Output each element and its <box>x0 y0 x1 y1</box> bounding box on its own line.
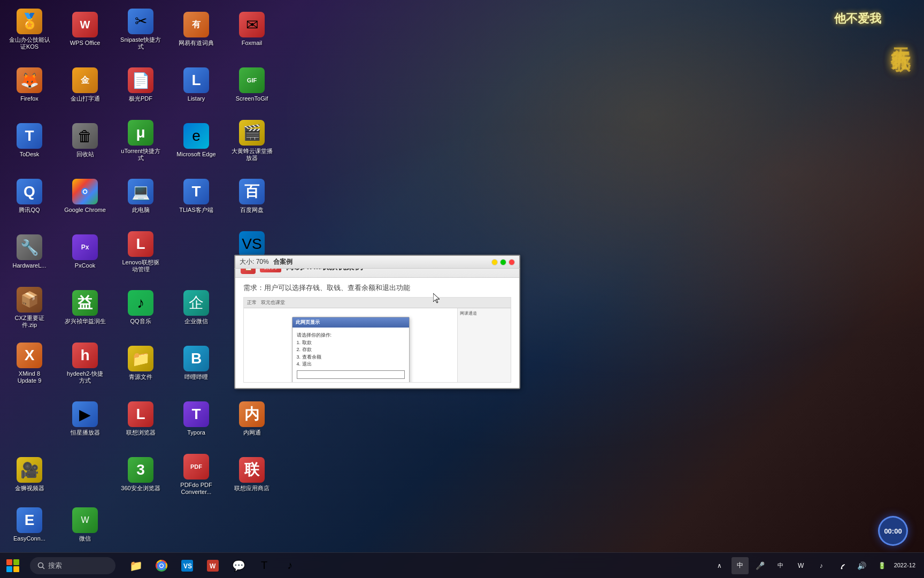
desktop-icon-recycle[interactable]: 🗑 回收站 <box>61 117 109 165</box>
desktop-icon-qq[interactable]: Q 腾讯QQ <box>5 172 53 220</box>
desktop-icon-bilibili[interactable]: B 哔哩哔哩 <box>172 339 220 387</box>
weixin-label: 微信 <box>79 535 91 542</box>
tray-input-method-2[interactable]: 中 <box>772 557 789 574</box>
start-button[interactable] <box>0 553 26 579</box>
desktop-icon-utorrent[interactable]: μ uTorrent快捷方式 <box>117 117 165 165</box>
desktop-icon-jinshi[interactable]: 🎥 金狮视频器 <box>5 451 53 499</box>
desktop-icon-suixing[interactable]: 益 岁兴祯华益润生 <box>61 284 109 332</box>
desktop-icon-hengxing[interactable]: ▶ 恒星播放器 <box>61 395 109 443</box>
datetime-display[interactable]: 2022-12 <box>894 561 919 569</box>
desktop-icon-jinshan-typing[interactable]: 金 金山打字通 <box>61 61 109 109</box>
edge-label: Microsoft Edge <box>176 151 215 158</box>
desktop-icon-mycomputer[interactable]: 💻 此电脑 <box>117 172 165 220</box>
desktop-icon-tlias[interactable]: T TLIAS客户端 <box>172 172 220 220</box>
tray-input-method-cn[interactable]: 中 <box>732 557 749 574</box>
tray-battery[interactable]: 🔋 <box>874 557 891 574</box>
dahuangfeng-icon: 🎬 <box>239 120 265 146</box>
bilibili-icon: B <box>183 346 209 371</box>
close-button[interactable] <box>509 259 515 265</box>
tray-show-hidden[interactable]: ∧ <box>711 557 728 574</box>
svg-point-11 <box>160 564 163 567</box>
tray-volume[interactable]: 🔊 <box>853 557 871 574</box>
qingyuan-icon: 📁 <box>128 346 153 371</box>
recycle-label: 回收站 <box>76 151 94 158</box>
taskbar-icon-vscode[interactable]: VS <box>175 554 199 577</box>
desktop-icon-hydeeh2[interactable]: h hydeeh2-快捷方式 <box>61 339 109 387</box>
desktop-icon-pdf[interactable]: 📄 极光PDF <box>117 61 165 109</box>
jinshan-kos-icon: 🏅 <box>17 9 42 34</box>
desktop-icon-pxcook[interactable]: Px PxCook <box>61 228 109 276</box>
toolbar-label-2: 双元也课堂 <box>261 299 285 306</box>
taskbar-search-bar[interactable]: 搜索 <box>30 557 116 574</box>
tray-wifi[interactable] <box>833 557 850 574</box>
desktop-icon-hardware[interactable]: 🔧 HardwareL... <box>5 228 53 276</box>
taskbar-icon-typora[interactable]: T <box>252 554 276 577</box>
taskbar-icon-chrome[interactable] <box>150 554 173 577</box>
firefox-label: Firefox <box>20 95 38 102</box>
desktop-icon-chrome[interactable]: Google Chrome <box>61 172 109 220</box>
taskbar-icon-file-explorer[interactable]: 📁 <box>124 554 148 577</box>
desktop-icon-firefox[interactable]: 🦊 Firefox <box>5 61 53 109</box>
lenovo-browser-icon: L <box>128 401 153 427</box>
desktop-icon-lenovo-browser[interactable]: L 联想浏览器 <box>117 395 165 443</box>
desktop-icon-qingyuan[interactable]: 📁 青源文件 <box>117 339 165 387</box>
desktop-icon-typora[interactable]: T Typora <box>172 395 220 443</box>
svg-rect-6 <box>13 566 19 572</box>
desktop-icon-xmind[interactable]: X XMind 8 Update 9 <box>5 339 53 387</box>
lenovo-store-icon: 联 <box>239 457 265 483</box>
desktop-icon-lenovo-driver[interactable]: L Lenovo联想驱动管理 <box>117 228 165 276</box>
dialog-size-label: 大小: 70% <box>240 257 269 267</box>
desktop-icon-edge[interactable]: e Microsoft Edge <box>172 117 220 165</box>
taskbar-icon-wechat[interactable]: 💬 <box>227 554 250 577</box>
popup-titlebar: 大小: 70% 合案例 <box>234 255 520 269</box>
desktop-icon-listary[interactable]: L Listary <box>172 61 220 109</box>
taskbar-icon-qqmusic[interactable]: ♪ <box>278 554 302 577</box>
taskbar-icon-wps[interactable]: W <box>201 554 225 577</box>
tray-microphone[interactable]: 🎤 <box>752 557 769 574</box>
desktop-icon-screentogif[interactable]: GIF ScreenToGif <box>228 61 276 109</box>
svg-point-7 <box>38 562 43 567</box>
weixin-icon: W <box>72 507 98 533</box>
vscode-icon: VS <box>239 231 265 257</box>
desktop-icon-nwt[interactable]: 内 内网通 <box>228 395 276 443</box>
hydeeh2-icon: h <box>72 343 98 368</box>
desktop-icon-360[interactable]: 3 360安全浏览器 <box>117 451 165 499</box>
desktop-icon-weixin[interactable]: W 微信 <box>61 501 109 549</box>
taskbar-app-icons: 📁 VS <box>124 554 302 577</box>
lenovo-store-label: 联想应用商店 <box>234 485 270 492</box>
desktop-icon-qqmusic[interactable]: ♪ QQ音乐 <box>117 284 165 332</box>
desktop-icon-easyconn[interactable]: E EasyConn... <box>5 501 53 549</box>
mycomputer-label: 此电脑 <box>132 207 150 214</box>
xmind-label: XMind 8 Update 9 <box>9 370 50 384</box>
desktop-icon-lenovo-store[interactable]: 联 联想应用商店 <box>228 451 276 499</box>
desktop-icon-cxz[interactable]: 📦 CXZ重要证件.zip <box>5 284 53 332</box>
desktop-icon-foxmail[interactable]: ✉ Foxmail <box>228 5 276 54</box>
hardware-label: HardwareL... <box>13 262 47 269</box>
browser-dialog-input[interactable] <box>297 370 405 379</box>
tray-qqmusic-tray[interactable]: ♪ <box>813 557 830 574</box>
desktop-icon-snipaste[interactable]: ✂ Snipaste快捷方式 <box>117 5 165 54</box>
desktop-icon-pdfdo[interactable]: PDF PDFdo PDF Converter... <box>172 451 220 499</box>
desktop-icon-todesk[interactable]: T ToDesk <box>5 117 53 165</box>
desktop-icon-baidupan[interactable]: 百 百度网盘 <box>228 172 276 220</box>
desktop-icon-wps[interactable]: W WPS Office <box>61 5 109 54</box>
jinshan-typing-icon: 金 <box>72 67 98 93</box>
desktop-icon-jinshan-kos[interactable]: 🏅 金山办公技能认证KOS <box>5 5 53 54</box>
desktop-icon-youdao[interactable]: 有 网易有道词典 <box>172 5 220 54</box>
browser-dialog-option-4: 4. 退出 <box>297 361 405 368</box>
desktop-icon-dahuangfeng[interactable]: 🎬 大黄蜂云课堂播放器 <box>228 117 276 165</box>
easyconn-label: EasyConn... <box>13 535 45 542</box>
bilibili-label: 哔哩哔哩 <box>184 374 208 381</box>
youdao-icon: 有 <box>183 12 209 37</box>
youdao-label: 网易有道词典 <box>179 40 214 47</box>
qingyuan-label: 青源文件 <box>129 374 152 381</box>
lenovo-driver-icon: L <box>128 231 153 257</box>
minimize-button[interactable] <box>491 259 498 265</box>
tray-wps-cloud[interactable]: W <box>792 557 810 574</box>
desktop-icon-corpwechat[interactable]: 企 企业微信 <box>172 284 220 332</box>
maximize-button[interactable] <box>500 259 506 265</box>
svg-line-8 <box>43 567 45 569</box>
jinshi-label: 金狮视频器 <box>15 485 44 492</box>
jinshan-typing-label: 金山打字通 <box>71 95 100 102</box>
browser-dialog: 此网页显示 请选择你的操作: 1. 取款 2. 存款 3. 查看余额 4. 退出 <box>292 317 410 383</box>
